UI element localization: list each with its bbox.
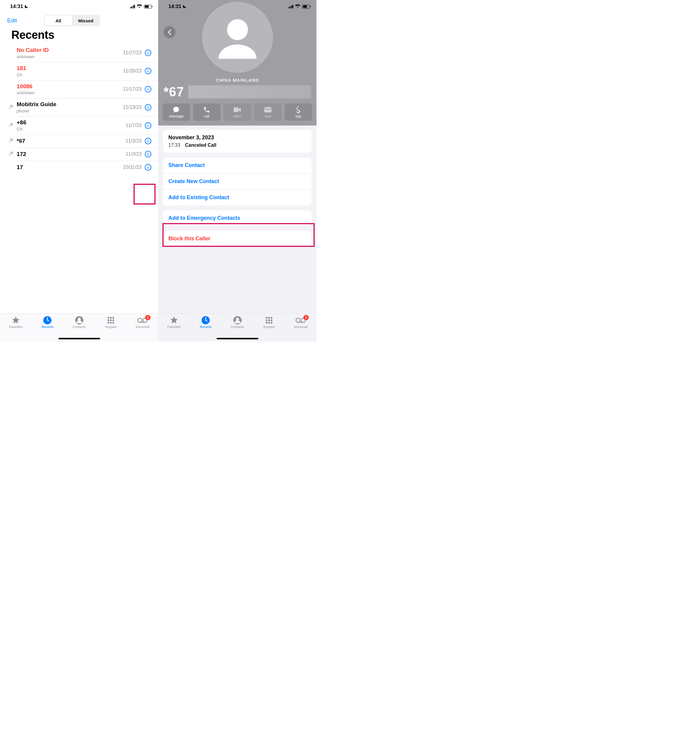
- status-time: 14:31: [10, 3, 23, 9]
- svg-point-54: [296, 318, 300, 322]
- caller-name: No Caller ID: [17, 47, 123, 54]
- info-button[interactable]: [145, 86, 152, 93]
- svg-point-20: [148, 152, 148, 153]
- keypad-icon: [107, 316, 115, 324]
- segment-all[interactable]: All: [45, 16, 72, 26]
- clock-icon: [43, 316, 52, 324]
- svg-point-35: [112, 322, 114, 324]
- recent-row[interactable]: 1710/31/23: [0, 161, 158, 174]
- svg-point-14: [148, 124, 148, 124]
- info-button[interactable]: [145, 49, 152, 56]
- recent-row[interactable]: 181Ch11/20/23: [0, 62, 158, 80]
- screen-contact-detail: 14:31 CHINA MAINLAN: [158, 0, 316, 341]
- svg-point-39: [227, 19, 248, 40]
- keypad-icon: [265, 316, 273, 324]
- svg-point-2: [148, 51, 148, 52]
- number-prefix: *67: [164, 85, 184, 99]
- tab-bar: Favorites Recents Contacts Keypad: [158, 313, 316, 341]
- info-button[interactable]: [145, 122, 152, 129]
- highlight-info-icon: [133, 184, 156, 205]
- tab-voicemail[interactable]: 1 Voicemail: [285, 316, 316, 341]
- recent-row[interactable]: Mobitrix Guidephone11/13/23: [0, 98, 158, 116]
- outgoing-call-icon: [8, 138, 14, 144]
- page-title: Recents: [0, 29, 158, 44]
- mail-icon: [264, 107, 272, 113]
- recent-row[interactable]: +86Ch11/7/23: [0, 116, 158, 135]
- tab-favorites[interactable]: Favorites: [0, 316, 31, 341]
- info-button[interactable]: [145, 67, 152, 75]
- svg-point-23: [148, 166, 148, 166]
- wifi-icon: [137, 4, 142, 9]
- recent-row[interactable]: *6711/3/23: [0, 135, 158, 147]
- home-indicator: [217, 338, 258, 339]
- recent-row[interactable]: No Caller IDunknown11/27/23: [0, 44, 158, 62]
- action-label: video: [233, 114, 242, 118]
- action-call-button[interactable]: call: [193, 103, 221, 121]
- svg-point-49: [268, 320, 270, 321]
- wifi-icon: [295, 4, 300, 9]
- action-label: mail: [265, 114, 271, 118]
- segmented-control[interactable]: All Missed: [44, 15, 100, 26]
- log-time: 17:33: [168, 143, 180, 148]
- segment-missed[interactable]: Missed: [72, 16, 100, 26]
- caller-name: +86: [17, 119, 126, 126]
- contact-avatar: [202, 2, 273, 73]
- person-icon: [75, 316, 84, 324]
- log-date: November 3, 2023: [163, 130, 312, 142]
- svg-point-11: [148, 106, 148, 106]
- svg-point-48: [266, 320, 267, 321]
- home-indicator: [58, 338, 100, 339]
- outgoing-call-icon: [8, 151, 14, 157]
- svg-point-32: [112, 320, 114, 321]
- back-button[interactable]: [164, 26, 175, 38]
- tab-keypad[interactable]: Keypad: [253, 316, 285, 341]
- status-bar: 14:31: [0, 0, 158, 13]
- action-label: message: [169, 114, 184, 118]
- action-message-button[interactable]: message: [162, 103, 190, 121]
- caller-sub: unknown: [17, 54, 123, 59]
- recent-row[interactable]: 10086unknown11/17/23: [0, 80, 158, 99]
- number-redacted: [188, 85, 311, 99]
- caller-name: 17: [17, 164, 123, 171]
- create-new-contact-button[interactable]: Create New Contact: [163, 173, 312, 190]
- call-date: 11/17/23: [123, 86, 142, 92]
- svg-point-30: [108, 320, 109, 321]
- action-pay-button[interactable]: pay: [284, 103, 312, 121]
- add-to-emergency-contacts-button[interactable]: Add to Emergency Contacts: [163, 210, 312, 226]
- info-button[interactable]: [145, 104, 152, 111]
- add-to-existing-contact-button[interactable]: Add to Existing Contact: [163, 190, 312, 205]
- info-button[interactable]: [145, 138, 152, 145]
- tab-favorites[interactable]: Favorites: [158, 316, 190, 341]
- svg-point-51: [266, 322, 267, 324]
- recent-row[interactable]: 17211/3/23: [0, 147, 158, 161]
- contact-number: *67: [158, 85, 316, 99]
- info-button[interactable]: [145, 164, 152, 171]
- call-date: 11/3/23: [126, 152, 142, 157]
- voicemail-icon: 1: [295, 316, 306, 324]
- call-date: 10/31/23: [123, 164, 142, 170]
- svg-point-46: [268, 317, 270, 319]
- info-button[interactable]: [145, 150, 152, 158]
- share-contact-button[interactable]: Share Contact: [163, 157, 312, 173]
- caller-name: *67: [17, 138, 126, 145]
- caller-name: Mobitrix Guide: [17, 101, 123, 108]
- call-date: 11/27/23: [123, 50, 142, 55]
- cellular-signal-icon: [130, 5, 135, 8]
- edit-button[interactable]: Edit: [7, 17, 17, 24]
- contact-actions-card: Share Contact Create New Contact Add to …: [163, 157, 312, 205]
- svg-point-28: [110, 317, 112, 319]
- voicemail-badge: 1: [303, 315, 309, 320]
- svg-point-33: [108, 322, 109, 324]
- tab-voicemail[interactable]: 1 Voicemail: [127, 316, 158, 341]
- block-this-caller-button[interactable]: Block this Caller: [163, 231, 312, 247]
- status-time: 14:31: [168, 3, 181, 9]
- svg-point-27: [108, 317, 109, 319]
- svg-point-5: [148, 69, 148, 70]
- log-status: Canceled Call: [185, 143, 216, 148]
- svg-point-8: [148, 88, 148, 88]
- call-icon: [203, 107, 210, 113]
- voicemail-badge: 1: [145, 315, 150, 320]
- svg-point-31: [110, 320, 112, 321]
- action-label: call: [204, 114, 209, 118]
- tab-keypad[interactable]: Keypad: [95, 316, 127, 341]
